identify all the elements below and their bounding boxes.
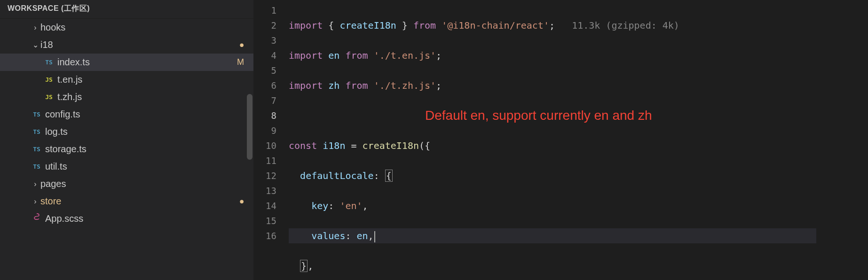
code-area[interactable]: import { createI18n } from '@i18n-chain/… — [289, 0, 816, 280]
file-t-en-js[interactable]: JS t.en.js — [0, 71, 253, 88]
chevron-right-icon: › — [30, 23, 40, 32]
line-number: 11 — [254, 153, 276, 168]
js-icon: JS — [40, 76, 57, 83]
line-number: 13 — [254, 183, 276, 198]
js-icon: JS — [40, 93, 57, 101]
ts-icon: TS — [40, 59, 57, 66]
workspace-header[interactable]: WORKSPACE (工作区) — [0, 0, 253, 19]
line-number: 3 — [254, 33, 276, 48]
folder-label: i18 — [40, 39, 239, 50]
file-tree: › hooks ⌄ i18 • TS index.ts M JS t.en.js… — [0, 19, 253, 280]
file-label: App.scss — [45, 213, 253, 224]
folder-store[interactable]: › store • — [0, 193, 253, 210]
ts-icon: TS — [28, 163, 45, 170]
code-line[interactable]: defaultLocale: { — [289, 168, 816, 183]
chevron-right-icon: › — [30, 180, 40, 188]
line-number: 7 — [254, 93, 276, 108]
code-line[interactable]: values: en, — [289, 228, 816, 243]
line-number-gutter: 1 2 3 4 5 6 7 8 9 10 11 12 13 14 15 16 — [254, 0, 289, 280]
line-number: 8 — [254, 108, 276, 123]
file-label: index.ts — [57, 57, 237, 68]
line-number: 2 — [254, 18, 276, 33]
ts-icon: TS — [28, 111, 45, 118]
line-number: 6 — [254, 78, 276, 93]
import-cost-hint: 11.3k (gzipped: 4k) — [572, 20, 679, 31]
folder-label: pages — [40, 179, 253, 189]
code-line[interactable]: const i18n = createI18n({ — [289, 138, 816, 153]
file-util-ts[interactable]: TS util.ts — [0, 158, 253, 175]
text-cursor — [374, 231, 375, 242]
folder-pages[interactable]: › pages — [0, 175, 253, 193]
line-number: 9 — [254, 123, 276, 138]
line-number: 14 — [254, 198, 276, 213]
line-number: 10 — [254, 138, 276, 153]
code-line[interactable]: import zh from './t.zh.js'; — [289, 78, 816, 93]
file-index-ts[interactable]: TS index.ts M — [0, 54, 253, 71]
line-number: 15 — [254, 213, 276, 228]
chevron-down-icon: ⌄ — [30, 40, 40, 49]
line-number: 1 — [254, 3, 276, 18]
file-storage-ts[interactable]: TS storage.ts — [0, 140, 253, 158]
line-number: 4 — [254, 48, 276, 63]
code-line[interactable]: key: 'en', — [289, 198, 816, 213]
chevron-right-icon: › — [30, 197, 40, 206]
file-config-ts[interactable]: TS config.ts — [0, 106, 253, 123]
code-editor[interactable]: 1 2 3 4 5 6 7 8 9 10 11 12 13 14 15 16 i… — [254, 0, 868, 280]
code-line[interactable]: import { createI18n } from '@i18n-chain/… — [289, 18, 816, 33]
explorer-sidebar: WORKSPACE (工作区) › hooks ⌄ i18 • TS index… — [0, 0, 254, 280]
folder-i18[interactable]: ⌄ i18 • — [0, 36, 253, 54]
file-log-ts[interactable]: TS log.ts — [0, 123, 253, 140]
line-number: 12 — [254, 168, 276, 183]
file-app-scss[interactable]: App.scss — [0, 210, 253, 227]
scss-icon — [28, 213, 45, 225]
modified-badge: M — [237, 57, 253, 67]
file-label: log.ts — [45, 126, 253, 137]
code-line[interactable]: }, — [289, 258, 816, 273]
line-number: 16 — [254, 228, 276, 243]
file-label: t.en.js — [57, 74, 253, 85]
file-label: util.ts — [45, 161, 253, 172]
file-label: t.zh.js — [57, 92, 253, 102]
folder-label: hooks — [40, 22, 253, 33]
tree-scrollbar[interactable] — [247, 94, 253, 160]
ts-icon: TS — [28, 128, 45, 135]
code-line[interactable]: import en from './t.en.js'; — [289, 48, 816, 63]
file-t-zh-js[interactable]: JS t.zh.js — [0, 88, 253, 106]
file-label: storage.ts — [45, 144, 253, 155]
folder-hooks[interactable]: › hooks — [0, 19, 253, 36]
minimap[interactable] — [816, 0, 868, 280]
line-number: 5 — [254, 63, 276, 78]
folder-label: store — [40, 196, 239, 207]
user-annotation: Default en, support currently en and zh — [425, 107, 670, 124]
ts-icon: TS — [28, 146, 45, 153]
file-label: config.ts — [45, 109, 253, 120]
